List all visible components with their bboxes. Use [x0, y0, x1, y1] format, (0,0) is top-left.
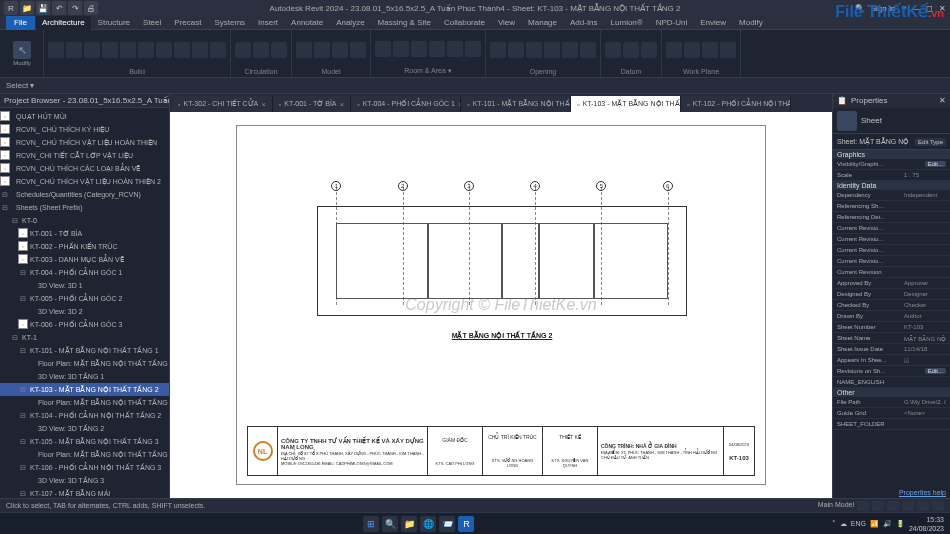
- grid-bubble[interactable]: 1: [331, 181, 341, 191]
- props-row[interactable]: Approved ByApprover: [833, 278, 950, 289]
- start-button[interactable]: ⊞: [363, 516, 379, 532]
- ribbon-tab-massingsite[interactable]: Massing & Site: [372, 16, 437, 30]
- titleblock[interactable]: NL CÔNG TY TNHH TƯ VẤN THIẾT KẾ VÀ XÂY D…: [247, 426, 755, 476]
- props-row[interactable]: Visibility/Graphi...Edit...: [833, 159, 950, 170]
- taskbar-app[interactable]: 📨: [439, 516, 455, 532]
- tree-item[interactable]: ⊟KT-0: [0, 214, 169, 227]
- status-button[interactable]: [857, 501, 869, 511]
- ribbon-tab-enview[interactable]: Enview: [694, 16, 732, 30]
- ribbon-tab-modify[interactable]: Modify: [733, 16, 769, 30]
- tree-item[interactable]: Floor Plan: MẶT BẰNG NỘI THẤT TẦNG 1: [0, 357, 169, 370]
- props-row[interactable]: DependencyIndependent: [833, 190, 950, 201]
- tree-item[interactable]: ⊟Sheets (Sheet Prefix): [0, 201, 169, 214]
- select-dropdown[interactable]: Select ▾: [6, 81, 34, 90]
- props-row[interactable]: Sheet NumberKT-103: [833, 322, 950, 333]
- properties-help-link[interactable]: Properties help: [833, 487, 950, 498]
- status-button[interactable]: [932, 501, 944, 511]
- taskbar-edge[interactable]: 🌐: [420, 516, 436, 532]
- props-row[interactable]: SHEET_FOLDER: [833, 419, 950, 430]
- tree-item[interactable]: ⊟KT-004 - PHỐI CẢNH GÓC 1: [0, 266, 169, 279]
- tree-item[interactable]: 3D View: 3D TẦNG 3: [0, 474, 169, 487]
- ribbon-tool[interactable]: [562, 42, 578, 58]
- grid-bubble[interactable]: 4: [530, 181, 540, 191]
- close-tab-icon[interactable]: ×: [261, 100, 266, 109]
- ribbon-tab-precast[interactable]: Precast: [168, 16, 207, 30]
- props-row[interactable]: Scale1 : 75: [833, 170, 950, 181]
- taskbar-revit[interactable]: R: [458, 516, 474, 532]
- props-row[interactable]: Current Revisio...: [833, 234, 950, 245]
- ribbon-tool[interactable]: [684, 42, 700, 58]
- tree-item[interactable]: Floor Plan: MẶT BẰNG NỘI THẤT TẦNG 2: [0, 396, 169, 409]
- tree-item[interactable]: ▫KT-002 - PHẦN KIẾN TRÚC: [0, 240, 169, 253]
- view-tab[interactable]: ▫KT-001 - TỜ BÌA×: [273, 96, 351, 112]
- tree-item[interactable]: ⊟KT-107 - MẶT BẰNG MÁI: [0, 487, 169, 498]
- props-row[interactable]: File PathG:\My Drive\2. C...: [833, 397, 950, 408]
- ribbon-tool[interactable]: [720, 42, 736, 58]
- tree-item[interactable]: ▫RCVN_ CHÚ THÍCH VẬT LIỆU HOÀN THIỆN: [0, 136, 169, 149]
- qat-print[interactable]: 🖨: [84, 1, 98, 15]
- ribbon-tool[interactable]: [66, 42, 82, 58]
- ribbon-tool[interactable]: [84, 42, 100, 58]
- tree-item[interactable]: Floor Plan: MẶT BẰNG NỘI THẤT TẦNG 3: [0, 448, 169, 461]
- ribbon-tool[interactable]: [102, 42, 118, 58]
- status-button[interactable]: [872, 501, 884, 511]
- props-row[interactable]: Appears In Shee...☑: [833, 355, 950, 366]
- gridline[interactable]: [668, 187, 669, 305]
- ribbon-tool[interactable]: [375, 41, 391, 57]
- ribbon-tool[interactable]: [623, 42, 639, 58]
- tree-item[interactable]: ▫QUẠT HÚT MÙI: [0, 110, 169, 123]
- ribbon-tool[interactable]: [508, 42, 524, 58]
- tree-item[interactable]: ⊟KT-105 - MẶT BẰNG NỘI THẤT TẦNG 3: [0, 435, 169, 448]
- ribbon-tool[interactable]: [156, 42, 172, 58]
- tray-language[interactable]: ENG: [851, 520, 866, 527]
- status-button[interactable]: [917, 501, 929, 511]
- tray-battery-icon[interactable]: 🔋: [896, 520, 905, 528]
- ribbon-tool[interactable]: [447, 41, 463, 57]
- ribbon-tool[interactable]: [314, 42, 330, 58]
- ribbon-tab-manage[interactable]: Manage: [522, 16, 563, 30]
- props-row[interactable]: Current Revision: [833, 267, 950, 278]
- ribbon-tool[interactable]: [210, 42, 226, 58]
- ribbon-tool[interactable]: [192, 42, 208, 58]
- ribbon-tool[interactable]: [702, 42, 718, 58]
- properties-close-icon[interactable]: ✕: [939, 94, 946, 108]
- close-tab-icon[interactable]: ×: [340, 100, 345, 109]
- props-row[interactable]: Referencing Det...: [833, 212, 950, 223]
- tree-item[interactable]: 3D View: 3D TẦNG 2: [0, 422, 169, 435]
- ribbon-tool[interactable]: [411, 41, 427, 57]
- qat-open[interactable]: 📁: [20, 1, 34, 15]
- ribbon-tool[interactable]: [271, 42, 287, 58]
- ribbon-tool[interactable]: [429, 41, 445, 57]
- tree-item[interactable]: 3D View: 3D TẦNG 1: [0, 370, 169, 383]
- ribbon-tab-collaborate[interactable]: Collaborate: [438, 16, 491, 30]
- viewport[interactable]: 123456 MẶT BẰNG NỘI THẤT TẦNG 2 NL CÔNG …: [170, 112, 832, 498]
- ribbon-tool[interactable]: [526, 42, 542, 58]
- props-edit-button[interactable]: Edit...: [925, 368, 946, 374]
- ribbon-tab-lumion[interactable]: Lumion®: [605, 16, 649, 30]
- status-button[interactable]: [902, 501, 914, 511]
- ribbon-tool[interactable]: [48, 42, 64, 58]
- tray-chevron-icon[interactable]: ˄: [832, 520, 836, 528]
- grid-bubble[interactable]: 6: [663, 181, 673, 191]
- ribbon-tool[interactable]: [235, 42, 251, 58]
- ribbon-tool[interactable]: [666, 42, 682, 58]
- tree-item[interactable]: 3D View: 3D 1: [0, 279, 169, 292]
- view-tab[interactable]: ▫KT-103 - MẶT BẰNG NỘI THẤT TÂ...×: [571, 96, 681, 112]
- ribbon-tab-view[interactable]: View: [492, 16, 521, 30]
- grid-bubble[interactable]: 2: [398, 181, 408, 191]
- props-row[interactable]: Referencing Sh...: [833, 201, 950, 212]
- tree-item[interactable]: ⊟KT-1: [0, 331, 169, 344]
- grid-bubble[interactable]: 3: [464, 181, 474, 191]
- ribbon-tab-insert[interactable]: Insert: [252, 16, 284, 30]
- tree-item[interactable]: ▫RCVN_CHÚ THÍCH CÁC LOẠI BẢN VẼ: [0, 162, 169, 175]
- ribbon-tool[interactable]: [580, 42, 596, 58]
- view-tab[interactable]: ▫KT-102 - PHỐI CẢNH NỘI THẤT TÂ...×: [681, 96, 791, 112]
- modify-tool[interactable]: ↖Modify: [8, 39, 36, 69]
- tray-cloud-icon[interactable]: ☁: [840, 520, 847, 528]
- ribbon-tool[interactable]: [465, 41, 481, 57]
- ribbon-tab-architecture[interactable]: Architecture: [36, 16, 91, 30]
- view-tab[interactable]: ▫KT-101 - MẶT BẰNG NỘI THẤT TÂ...×: [461, 96, 571, 112]
- tree-item[interactable]: ⊟Schedules/Quantities (Category_RCVN): [0, 188, 169, 201]
- app-icon[interactable]: R: [4, 1, 18, 15]
- tree-item[interactable]: ⊟KT-106 - PHỐI CẢNH NỘI THẤT TẦNG 3: [0, 461, 169, 474]
